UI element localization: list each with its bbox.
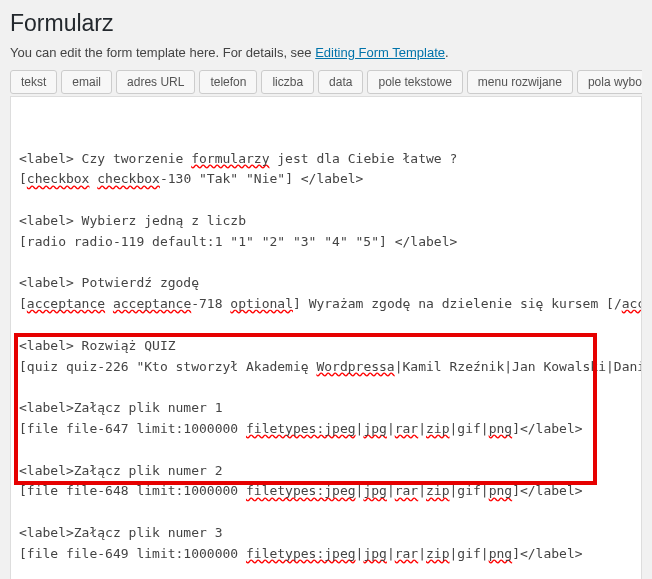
page-title: Formularz [10, 10, 642, 37]
description-text-after: . [445, 45, 449, 60]
tag-button-pola-wyboru[interactable]: pola wyboru [577, 70, 642, 94]
form-template-editor[interactable]: <label> Czy tworzenie formularzy jest dl… [10, 96, 642, 579]
editor-line[interactable]: <label>Załącz plik numer 2 [19, 461, 633, 482]
editor-line[interactable]: <label>Załącz plik numer 3 [19, 523, 633, 544]
editor-line[interactable] [19, 253, 633, 274]
editor-line[interactable] [19, 565, 633, 579]
editor-line[interactable]: [acceptance acceptance-718 optional] Wyr… [19, 294, 633, 315]
editor-line[interactable]: [file file-647 limit:1000000 filetypes:j… [19, 419, 633, 440]
tag-button-tekst[interactable]: tekst [10, 70, 57, 94]
editor-line[interactable]: [file file-649 limit:1000000 filetypes:j… [19, 544, 633, 565]
tag-button-pole-tekstowe[interactable]: pole tekstowe [367, 70, 462, 94]
tag-button-email[interactable]: email [61, 70, 112, 94]
editor-line[interactable] [19, 315, 633, 336]
editor-line[interactable]: [file file-648 limit:1000000 filetypes:j… [19, 481, 633, 502]
tag-button-telefon[interactable]: telefon [199, 70, 257, 94]
editor-line[interactable] [19, 502, 633, 523]
form-description: You can edit the form template here. For… [10, 45, 642, 60]
editor-line[interactable] [19, 190, 633, 211]
tag-button-liczba[interactable]: liczba [261, 70, 314, 94]
editor-line[interactable]: <label> Rozwiąż QUIZ [19, 336, 633, 357]
editor-line[interactable]: <label> Potwierdź zgodę [19, 273, 633, 294]
editor-line[interactable]: <label>Załącz plik numer 1 [19, 398, 633, 419]
editor-line[interactable]: <label> Wybierz jedną z liczb [19, 211, 633, 232]
editing-template-link[interactable]: Editing Form Template [315, 45, 445, 60]
editor-line[interactable]: [quiz quiz-226 "Kto stworzył Akademię Wo… [19, 357, 633, 378]
tag-button-menu-rozwijane[interactable]: menu rozwijane [467, 70, 573, 94]
editor-line[interactable] [19, 377, 633, 398]
description-text-before: You can edit the form template here. For… [10, 45, 315, 60]
tag-generator-buttons: tekstemailadres URLtelefonliczbadatapole… [10, 70, 642, 94]
editor-line[interactable]: [radio radio-119 default:1 "1" "2" "3" "… [19, 232, 633, 253]
editor-line[interactable] [19, 440, 633, 461]
editor-line[interactable]: [checkbox checkbox-130 "Tak" "Nie"] </la… [19, 169, 633, 190]
tag-button-data[interactable]: data [318, 70, 363, 94]
editor-line[interactable]: <label> Czy tworzenie formularzy jest dl… [19, 149, 633, 170]
tag-button-adres-URL[interactable]: adres URL [116, 70, 195, 94]
